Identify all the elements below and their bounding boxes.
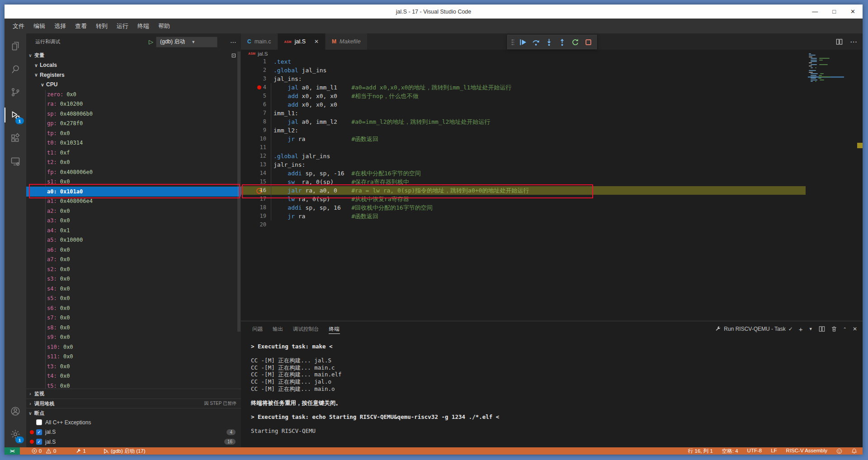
code-line-9[interactable]: 9imm_l2: (241, 126, 863, 135)
restart-button[interactable] (571, 38, 580, 47)
register-row-a1[interactable]: a1:0x408006e4 (26, 196, 241, 206)
new-terminal-button[interactable]: + (799, 325, 803, 333)
register-row-a4[interactable]: a4:0x1 (26, 225, 241, 235)
activity-bar-item-settings[interactable]: 1 (5, 422, 26, 446)
code-line-15[interactable]: 15 sw ra, 0(sp) #保存ra寄存器到栈中 (241, 178, 863, 186)
code-line-3[interactable]: 3jal_ins: (241, 75, 863, 83)
code-line-1[interactable]: 1.text (241, 57, 863, 66)
terminal-dropdown-chevron-icon[interactable]: ▼ (809, 327, 813, 331)
register-row-s1[interactable]: s1:0x0 (26, 177, 241, 187)
breakpoint-row-jal-s[interactable]: ✓jal.S16 (26, 437, 241, 447)
terminal-output[interactable]: > Executing task: make < CC -[M] 正在构建...… (251, 343, 854, 446)
register-row-gp[interactable]: gp:0x278f0 (26, 118, 241, 128)
register-row-s6[interactable]: s6:0x0 (26, 303, 241, 313)
panel-tab-终端[interactable]: 终端 (324, 321, 344, 337)
activity-bar-item-explorer[interactable] (5, 34, 26, 57)
register-row-t5[interactable]: t5:0x0 (26, 381, 241, 389)
variables-tree[interactable]: ∨Locals∨Registers∨CPUzero:0x0ra:0x10200s… (26, 60, 241, 389)
breakpoint-row-jal-s[interactable]: ✓jal.S4 (26, 427, 241, 437)
register-row-a3[interactable]: a3:0x0 (26, 216, 241, 225)
watch-section-header[interactable]: › 监视 (26, 389, 241, 399)
register-row-a6[interactable]: a6:0x0 (26, 245, 241, 255)
tab-makefile[interactable]: MMakefile (326, 33, 368, 50)
menu-item-查看[interactable]: 查看 (71, 21, 91, 32)
code-line-19[interactable]: 19 jr ra #函数返回 (241, 212, 863, 221)
code-line-13[interactable]: 13jalr_ins: (241, 160, 863, 169)
code-line-20[interactable]: 20 (241, 221, 863, 229)
panel-tab-输出[interactable]: 输出 (268, 321, 288, 337)
code-line-16[interactable]: ➜16 jalr ra, a0, 0 #ra = lw ra, 0(sp)指令的… (241, 186, 863, 195)
split-terminal-icon[interactable] (819, 326, 825, 332)
register-row-t0[interactable]: t0:0x10314 (26, 138, 241, 148)
minimize-button[interactable]: — (812, 8, 818, 15)
register-row-s11[interactable]: s11:0x0 (26, 352, 241, 361)
activity-bar-item-accounts[interactable] (5, 399, 26, 422)
call-stack-section-header[interactable]: › 调用堆栈 因 STEP 已暂停 (26, 399, 241, 408)
tab-jal.s[interactable]: ASMjal.S✕ (278, 33, 326, 50)
register-row-s5[interactable]: s5:0x0 (26, 293, 241, 303)
register-row-t3[interactable]: t3:0x0 (26, 361, 241, 371)
panel-tab-问题[interactable]: 问题 (247, 321, 268, 337)
code-line-4[interactable]: 4 jal a0, imm_l1 #a0=add x0,x0,x0的地址，跳转到… (241, 83, 863, 92)
code-line-6[interactable]: 6 add x0, x0, x0 (241, 100, 863, 109)
menu-item-终端[interactable]: 终端 (133, 21, 154, 32)
close-button[interactable]: ✕ (850, 8, 855, 15)
code-line-11[interactable]: 11 (241, 143, 863, 152)
breakpoints-section-header[interactable]: ∨ 断点 (26, 408, 241, 418)
code-line-14[interactable]: 14 addi sp, sp, -16 #在栈中分配16字节的空间 (241, 169, 863, 178)
close-panel-icon[interactable]: ✕ (853, 326, 857, 332)
register-row-sp[interactable]: sp:0x408006b0 (26, 109, 241, 119)
debug-start-icon[interactable]: ▷ (149, 38, 153, 45)
menu-item-帮助[interactable]: 帮助 (154, 21, 175, 32)
panel-tab-调试控制台[interactable]: 调试控制台 (288, 321, 324, 337)
menu-item-编辑[interactable]: 编辑 (29, 21, 50, 32)
code-line-10[interactable]: 10 jr ra #函数返回 (241, 135, 863, 143)
menu-item-选择[interactable]: 选择 (50, 21, 71, 32)
register-row-s2[interactable]: s2:0x0 (26, 264, 241, 274)
activity-bar-item-source-control[interactable] (5, 80, 26, 103)
register-row-tp[interactable]: tp:0x0 (26, 128, 241, 138)
code-line-5[interactable]: 5 add x0, x0, x0 #相当于nop，什么也不做 (241, 92, 863, 100)
notifications-bell-icon[interactable] (851, 448, 857, 454)
code-line-2[interactable]: 2.global jal_ins (241, 66, 863, 75)
register-row-a2[interactable]: a2:0x0 (26, 206, 241, 216)
register-row-ra[interactable]: ra:0x10200 (26, 99, 241, 109)
breakpoint-checkbox[interactable] (36, 419, 42, 425)
problems-status[interactable]: 0 0 (30, 448, 58, 454)
running-tasks-status[interactable]: 1 (74, 448, 88, 454)
activity-bar-item-remote-explorer[interactable] (5, 150, 26, 173)
maximize-button[interactable]: □ (832, 8, 836, 15)
kill-terminal-trash-icon[interactable] (831, 326, 837, 332)
register-row-s10[interactable]: s10:0x0 (26, 342, 241, 352)
register-row-s7[interactable]: s7:0x0 (26, 313, 241, 323)
collapse-all-icon[interactable] (231, 52, 236, 58)
register-row-fp[interactable]: fp:0x408006e0 (26, 167, 241, 177)
status-indentation[interactable]: 空格: 4 (722, 448, 738, 455)
register-row-a5[interactable]: a5:0x10000 (26, 235, 241, 245)
register-row-s9[interactable]: s9:0x0 (26, 332, 241, 342)
tab-main.c[interactable]: Cmain.c (241, 33, 278, 50)
minimap[interactable] (808, 53, 844, 89)
sidebar-scrollbar[interactable] (237, 52, 241, 332)
code-line-17[interactable]: 17 lw ra, 0(sp) #从栈中恢复ra寄存器 (241, 195, 863, 203)
variables-section-header[interactable]: ∨ 变量 (26, 51, 241, 60)
code-line-12[interactable]: 12.global jalr_ins (241, 152, 863, 160)
code-line-8[interactable]: 8 jal a0, imm_l2 #a0=imm_l2的地址，跳转到imm_l2… (241, 117, 863, 126)
terminal-task-selector[interactable]: Run RISCV-QEMU - Task ✓ (715, 326, 793, 332)
tree-group-cpu[interactable]: ∨CPU (26, 80, 241, 89)
code-line-18[interactable]: 18 addi sp, sp, 16 #回收栈中分配的16字节的空间 (241, 203, 863, 212)
step-out-button[interactable] (557, 38, 566, 47)
activity-bar-item-extensions[interactable] (5, 127, 26, 150)
more-actions-icon[interactable]: ⋯ (850, 38, 857, 46)
split-editor-icon[interactable] (836, 38, 843, 45)
debug-session-status[interactable]: (gdb) 启动 (17) (101, 448, 147, 455)
register-row-s8[interactable]: s8:0x0 (26, 323, 241, 333)
breadcrumb[interactable]: ASM jal.S (241, 50, 863, 57)
menu-item-文件[interactable]: 文件 (8, 21, 29, 32)
status-language-mode[interactable]: RISC-V Assembly (786, 448, 827, 455)
menu-item-转到[interactable]: 转到 (91, 21, 112, 32)
register-row-s3[interactable]: s3:0x0 (26, 274, 241, 284)
register-row-a0[interactable]: a0:0x101a0 (26, 187, 241, 197)
code-editor[interactable]: 1.text2.global jal_ins3jal_ins:4 jal a0,… (241, 57, 863, 321)
menu-item-运行[interactable]: 运行 (112, 21, 133, 32)
